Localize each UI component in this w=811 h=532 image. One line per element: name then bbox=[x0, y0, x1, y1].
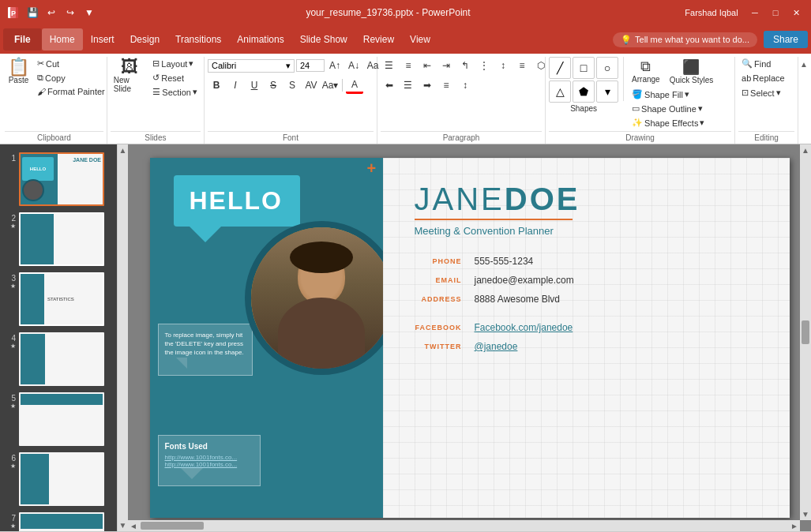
shapes-gallery-expand[interactable]: ▾ bbox=[596, 81, 618, 103]
shape-icon-1[interactable]: ╱ bbox=[549, 57, 571, 79]
numbered-list-button[interactable]: ≡ bbox=[400, 57, 417, 74]
slide-thumb-7[interactable]: 7 ★ bbox=[3, 511, 114, 531]
twitter-value[interactable]: @janedoe bbox=[475, 341, 518, 352]
profile-circle[interactable] bbox=[245, 221, 383, 375]
strikethrough-button[interactable]: S bbox=[265, 77, 282, 94]
font-shrink-button[interactable]: A↓ bbox=[345, 57, 362, 74]
align-left-button[interactable]: ⬅ bbox=[381, 77, 398, 94]
shape-icon-5[interactable]: ⬟ bbox=[573, 81, 595, 103]
shape-icon-2[interactable]: □ bbox=[573, 57, 595, 79]
replace-image-box[interactable]: To replace image, simply hit the 'DELETE… bbox=[158, 324, 253, 376]
font-name-selector[interactable]: Calibri ▾ bbox=[208, 59, 295, 73]
section-button[interactable]: ☰ Section ▾ bbox=[149, 85, 201, 99]
font-grow-button[interactable]: A↑ bbox=[326, 57, 344, 74]
layout-button[interactable]: ⊟ Layout ▾ bbox=[149, 57, 201, 70]
slide-thumb-2[interactable]: 2 ★ bbox=[3, 211, 114, 268]
menu-view[interactable]: View bbox=[402, 28, 438, 51]
menu-transitions[interactable]: Transitions bbox=[167, 28, 229, 51]
scroll-right-arrow[interactable]: ► bbox=[789, 522, 800, 530]
indent-increase-button[interactable]: ⇥ bbox=[437, 57, 455, 74]
align-center-button[interactable]: ☰ bbox=[400, 77, 417, 94]
menu-home[interactable]: Home bbox=[42, 28, 83, 51]
fonts-used-box[interactable]: Fonts Used http://www.1001fonts.co... ht… bbox=[158, 435, 261, 486]
font-color-button[interactable]: A bbox=[346, 77, 363, 94]
slide-img-5[interactable] bbox=[19, 392, 104, 446]
shape-icon-4[interactable]: △ bbox=[549, 81, 571, 103]
save-icon[interactable]: 💾 bbox=[25, 6, 39, 20]
slide-thumb-3[interactable]: 3 ★ STATISTICS bbox=[3, 271, 114, 328]
tell-me-box[interactable]: 💡 Tell me what you want to do... bbox=[613, 32, 757, 47]
italic-button[interactable]: I bbox=[227, 77, 244, 94]
canvas-vscrollbar[interactable]: ▲ ▼ bbox=[800, 144, 811, 520]
slide-img-6[interactable] bbox=[19, 452, 104, 506]
undo-icon[interactable]: ↩ bbox=[44, 6, 58, 20]
slide-img-3[interactable]: STATISTICS bbox=[19, 272, 104, 326]
menu-review[interactable]: Review bbox=[355, 28, 402, 51]
text-direction-button[interactable]: ↕ bbox=[494, 57, 512, 74]
rtl-button[interactable]: ↰ bbox=[456, 57, 474, 74]
replace-button[interactable]: ab Replace bbox=[738, 72, 788, 84]
slide-thumb-5[interactable]: 5 ★ bbox=[3, 391, 114, 448]
canvas-hscrollbar[interactable]: ◄ ► bbox=[128, 520, 800, 531]
find-button[interactable]: 🔍 Find bbox=[738, 57, 788, 70]
select-button[interactable]: ⊡ Select ▾ bbox=[738, 86, 788, 99]
panel-scroll-down[interactable]: ▼ bbox=[119, 521, 127, 530]
slide-thumb-1[interactable]: 1 HELLO JANE DOE bbox=[3, 151, 114, 208]
scroll-down-arrow[interactable]: ▼ bbox=[800, 508, 811, 520]
format-painter-button[interactable]: 🖌 Format Painter bbox=[34, 85, 108, 98]
canvas-area[interactable]: ▲ ▼ HELLO To replace image, simply hit t bbox=[128, 144, 811, 531]
reset-button[interactable]: ↺ Reset bbox=[149, 71, 201, 84]
indent-decrease-button[interactable]: ⇤ bbox=[419, 57, 436, 74]
slide-img-4[interactable] bbox=[19, 332, 104, 386]
quick-access-icon[interactable]: ▼ bbox=[82, 6, 96, 20]
menu-design[interactable]: Design bbox=[122, 28, 167, 51]
scroll-up-arrow[interactable]: ▲ bbox=[800, 144, 811, 156]
slide-img-2[interactable] bbox=[19, 212, 104, 266]
shape-fill-button[interactable]: 🪣 Shape Fill ▾ bbox=[629, 88, 716, 101]
close-button[interactable]: ✕ bbox=[787, 4, 805, 21]
line-spacing-button[interactable]: ↕ bbox=[456, 77, 474, 94]
maximize-button[interactable]: □ bbox=[767, 4, 784, 21]
slide-canvas[interactable]: HELLO To replace image, simply hit the '… bbox=[150, 158, 790, 518]
panel-scrollbar[interactable]: ▲ ▼ bbox=[117, 144, 128, 531]
slide-thumb-6[interactable]: 6 ★ bbox=[3, 451, 114, 508]
font-size-selector[interactable]: 24 bbox=[296, 59, 325, 72]
scroll-left-arrow[interactable]: ◄ bbox=[128, 522, 139, 530]
share-button[interactable]: Share bbox=[764, 31, 808, 48]
char-spacing-button[interactable]: AV bbox=[302, 77, 320, 94]
shape-effects-button[interactable]: ✨ Shape Effects ▾ bbox=[629, 116, 716, 129]
vscroll-thumb[interactable] bbox=[802, 320, 809, 344]
align-right-button[interactable]: ➡ bbox=[419, 77, 436, 94]
bold-button[interactable]: B bbox=[208, 77, 225, 94]
align-text-button[interactable]: ≡ bbox=[513, 57, 531, 74]
slide-img-7[interactable] bbox=[19, 512, 104, 531]
fonts-link-2[interactable]: http://www.1001fonts.co... bbox=[165, 461, 253, 468]
hscroll-thumb[interactable] bbox=[141, 522, 204, 530]
shapes-label[interactable]: Shapes bbox=[549, 104, 618, 113]
shape-icon-3[interactable]: ○ bbox=[596, 57, 618, 79]
fonts-link-1[interactable]: http://www.1001fonts.co... bbox=[165, 454, 253, 461]
underline-button[interactable]: U bbox=[246, 77, 263, 94]
panel-scroll-up[interactable]: ▲ bbox=[119, 146, 127, 155]
menu-slideshow[interactable]: Slide Show bbox=[292, 28, 355, 51]
copy-button[interactable]: ⧉ Copy bbox=[34, 71, 108, 84]
ribbon-collapse[interactable]: ▲ bbox=[798, 57, 809, 144]
facebook-value[interactable]: Facebook.com/janedoe bbox=[475, 322, 573, 333]
menu-insert[interactable]: Insert bbox=[83, 28, 122, 51]
menu-file[interactable]: File bbox=[3, 28, 42, 51]
cut-button[interactable]: ✂ Cut bbox=[34, 57, 108, 70]
paste-button[interactable]: 📋 Paste bbox=[5, 57, 32, 86]
bullets-button[interactable]: ☰ bbox=[381, 57, 398, 74]
columns-button[interactable]: ⋮ bbox=[475, 57, 493, 74]
menu-animations[interactable]: Animations bbox=[229, 28, 291, 51]
quick-styles-button[interactable]: ⬛ Quick Styles bbox=[666, 57, 717, 86]
slide-img-1[interactable]: HELLO JANE DOE bbox=[19, 152, 104, 206]
justify-button[interactable]: ≡ bbox=[437, 77, 455, 94]
minimize-button[interactable]: ─ bbox=[746, 4, 764, 21]
shadow-button[interactable]: S bbox=[283, 77, 301, 94]
new-slide-button[interactable]: 🖼 New Slide bbox=[111, 57, 148, 95]
redo-icon[interactable]: ↪ bbox=[63, 6, 77, 20]
change-case-button[interactable]: Aa▾ bbox=[321, 77, 339, 94]
arrange-button[interactable]: ⧉ Arrange bbox=[629, 57, 663, 85]
shape-outline-button[interactable]: ▭ Shape Outline ▾ bbox=[629, 102, 716, 115]
